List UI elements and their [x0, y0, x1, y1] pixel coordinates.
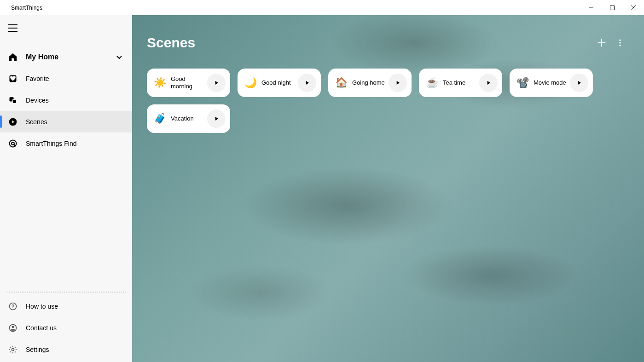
more-options-button[interactable]	[611, 34, 629, 52]
play-icon	[395, 80, 401, 86]
play-icon	[485, 80, 492, 86]
sidebar-item-label: Scenes	[26, 118, 47, 126]
sidebar-item-label: Settings	[26, 346, 49, 353]
gear-icon	[6, 345, 19, 354]
window-controls	[580, 0, 644, 15]
sidebar-item-label: How to use	[26, 303, 58, 310]
svg-text:?: ?	[12, 304, 15, 309]
contact-icon	[6, 323, 19, 333]
titlebar: SmartThings	[0, 0, 644, 15]
menu-toggle-button[interactable]	[0, 15, 132, 37]
app-title: SmartThings	[11, 5, 42, 11]
find-icon	[6, 139, 19, 148]
play-icon	[213, 80, 220, 86]
svg-rect-1	[610, 6, 615, 10]
luggage-icon: 🧳	[153, 112, 166, 125]
run-scene-button[interactable]	[389, 74, 407, 92]
svg-line-13	[14, 144, 16, 146]
play-icon	[213, 115, 220, 122]
minimize-button[interactable]	[580, 0, 602, 15]
play-icon	[576, 80, 582, 86]
add-scene-button[interactable]	[592, 34, 611, 52]
sidebar-item-contact[interactable]: Contact us	[0, 317, 132, 339]
sidebar-item-howto[interactable]: ? How to use	[0, 295, 132, 317]
main-header: Scenes	[147, 34, 629, 52]
svg-point-21	[619, 40, 621, 41]
play-icon	[304, 80, 310, 86]
help-icon: ?	[6, 302, 19, 311]
scene-label: Movie mode	[534, 79, 570, 86]
run-scene-button[interactable]	[570, 74, 588, 92]
scene-label: Going home	[352, 79, 389, 86]
maximize-button[interactable]	[602, 0, 623, 15]
scene-card-good-night[interactable]: 🌙 Good night	[238, 69, 321, 97]
run-scene-button[interactable]	[298, 74, 316, 92]
maximize-icon	[609, 5, 615, 11]
scene-card-movie-mode[interactable]: 📽️ Movie mode	[510, 69, 593, 97]
sidebar-item-label: Favorite	[26, 75, 49, 82]
scene-card-tea-time[interactable]: ☕ Tea time	[419, 69, 502, 97]
devices-icon	[6, 96, 19, 105]
home-selector[interactable]: My Home	[0, 46, 132, 68]
movie-icon: 📽️	[516, 76, 529, 89]
scene-label: Good morning	[171, 75, 207, 91]
scene-grid: ☀️ Good morning 🌙 Good night 🏠 Going hom	[147, 69, 629, 133]
sidebar-item-label: Contact us	[26, 324, 57, 332]
sidebar-item-devices[interactable]: Devices	[0, 89, 132, 111]
run-scene-button[interactable]	[479, 74, 498, 92]
svg-point-22	[619, 42, 621, 43]
main-content: Scenes ☀️ Good morning 🌙	[132, 15, 644, 362]
scene-label: Tea time	[443, 79, 479, 86]
sidebar: My Home Favorite Devices Scenes	[0, 15, 132, 362]
moon-icon: 🌙	[244, 76, 257, 89]
scene-card-going-home[interactable]: 🏠 Going home	[328, 69, 412, 97]
hamburger-icon	[8, 24, 17, 32]
svg-point-23	[619, 45, 621, 46]
run-scene-button[interactable]	[207, 109, 226, 128]
close-icon	[631, 5, 636, 11]
close-button[interactable]	[623, 0, 644, 15]
sidebar-item-label: SmartThings Find	[26, 140, 76, 147]
plus-icon	[597, 38, 607, 48]
scene-label: Good night	[261, 79, 298, 86]
chevron-down-icon	[116, 53, 123, 61]
sidebar-item-settings[interactable]: Settings	[0, 339, 132, 360]
sidebar-item-scenes[interactable]: Scenes	[0, 111, 132, 132]
scene-label: Vacation	[171, 115, 207, 122]
sun-icon: ☀️	[153, 76, 166, 89]
more-vertical-icon	[615, 38, 625, 47]
sidebar-item-label: Devices	[26, 97, 49, 104]
svg-point-17	[12, 326, 14, 328]
scene-card-vacation[interactable]: 🧳 Vacation	[147, 104, 230, 133]
play-circle-icon	[6, 117, 19, 126]
home-icon	[6, 52, 19, 62]
svg-point-18	[12, 348, 14, 351]
home-label: My Home	[26, 53, 116, 61]
scene-card-good-morning[interactable]: ☀️ Good morning	[147, 69, 230, 97]
tea-icon: ☕	[425, 76, 438, 89]
svg-rect-9	[12, 99, 16, 103]
page-title: Scenes	[147, 35, 592, 51]
minimize-icon	[588, 5, 594, 11]
sidebar-item-find[interactable]: SmartThings Find	[0, 132, 132, 154]
heart-icon	[6, 74, 19, 83]
sidebar-item-favorite[interactable]: Favorite	[0, 68, 132, 89]
run-scene-button[interactable]	[207, 74, 226, 92]
house-icon: 🏠	[335, 76, 348, 89]
